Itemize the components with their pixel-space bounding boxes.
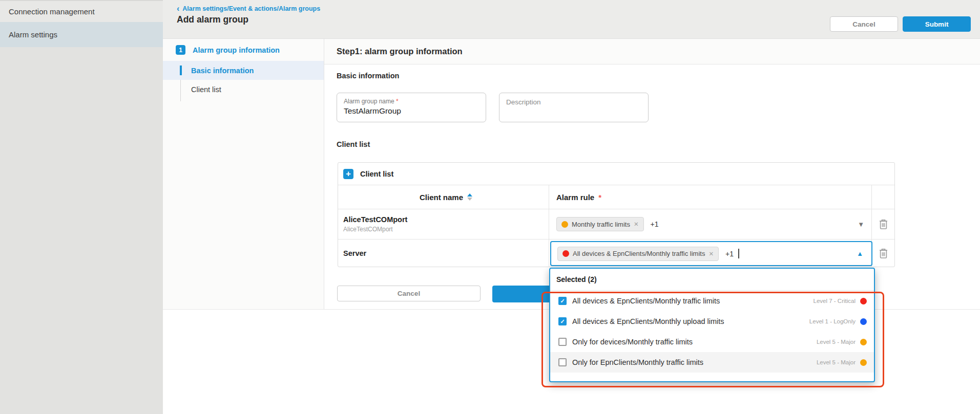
step-nav-item-client-list[interactable]: Client list [163, 80, 324, 99]
table-header-row: Client name Alarm rule * [338, 185, 894, 209]
cancel-button[interactable]: Cancel [830, 16, 898, 32]
step-subitem-label: Basic information [191, 67, 254, 75]
step-title-row: Step1: alarm group information [324, 39, 980, 64]
severity-dot [860, 359, 867, 366]
sidebar-item-label: Connection management [9, 7, 95, 16]
sidebar-item-alarm-settings[interactable]: Alarm settings [0, 22, 163, 47]
severity-level-label: Level 1 - LogOnly [809, 318, 856, 324]
checkbox-unchecked-icon[interactable] [558, 338, 567, 346]
alarm-rule-cell: All devices & EpnClients/Monthly traffic… [549, 239, 872, 267]
option-label: Only for EpnClients/Monthly traffic limi… [572, 358, 817, 366]
step-label: Alarm group information [193, 46, 280, 54]
alarm-group-name-label: Alarm group name * [344, 98, 479, 105]
alarm-rule-select[interactable]: Monthly traffic limits ✕ +1 ▼ [549, 209, 872, 239]
basic-information-section-label: Basic information [337, 72, 399, 80]
tag-label: Monthly traffic limits [572, 221, 630, 228]
dropdown-option[interactable]: ✓ All devices & EpnClients/Monthly traff… [550, 291, 874, 311]
option-label: All devices & EpnClients/Monthly upload … [572, 317, 809, 325]
client-list-section-label: Client list [337, 140, 370, 148]
page-header: ‹ Alarm settings/Event & actions/Alarm g… [163, 0, 980, 39]
severity-dot [562, 250, 569, 257]
submit-button[interactable]: Submit [903, 16, 971, 32]
client-name: AliceTestCOMport [343, 215, 549, 224]
chevron-up-icon[interactable]: ▲ [857, 250, 863, 257]
alarm-rule-column-header: Alarm rule * [549, 185, 872, 209]
page-title: Add alarm group [177, 14, 248, 25]
client-name-cell: AliceTestCOMport AliceTestCOMport [338, 209, 549, 239]
remove-tag-icon[interactable]: ✕ [708, 250, 714, 257]
remove-tag-icon[interactable]: ✕ [634, 221, 639, 228]
checkbox-unchecked-icon[interactable] [558, 358, 567, 366]
alarm-rule-dropdown: Selected (2) ✓ All devices & EpnClients/… [549, 268, 875, 382]
more-count: +1 [725, 250, 734, 258]
delete-row-icon[interactable] [879, 219, 888, 230]
back-chevron-icon[interactable]: ‹ [177, 6, 179, 12]
step-title: Step1: alarm group information [337, 47, 463, 56]
plus-icon: + [343, 169, 353, 179]
checkbox-checked-icon[interactable]: ✓ [558, 297, 567, 305]
step-cancel-button[interactable]: Cancel [337, 286, 481, 301]
more-count: +1 [651, 220, 659, 228]
severity-level-label: Level 5 - Major [817, 359, 856, 365]
severity-level-label: Level 5 - Major [817, 339, 856, 345]
dropdown-option[interactable]: ✓ All devices & EpnClients/Monthly uploa… [550, 311, 874, 332]
dropdown-option[interactable]: Only for devices/Monthly traffic limits … [550, 332, 874, 352]
severity-dot [561, 221, 568, 228]
option-label: All devices & EpnClients/Monthly traffic… [572, 297, 814, 305]
alarm-group-name-field[interactable]: Alarm group name * TestAlarmGroup [337, 93, 486, 122]
text-cursor [738, 249, 739, 258]
required-asterisk: * [396, 98, 399, 105]
sort-ascending-icon [467, 193, 472, 197]
alarm-rule-select-focused[interactable]: All devices & EpnClients/Monthly traffic… [550, 241, 872, 266]
breadcrumb[interactable]: ‹ Alarm settings/Event & actions/Alarm g… [177, 5, 320, 12]
client-list-panel: + Client list Client name Alarm rule * A… [338, 162, 895, 267]
sidebar-item-connection-management[interactable]: Connection management [0, 1, 163, 22]
dropdown-selected-header: Selected (2) [550, 269, 874, 291]
step-nav-item-basic-information[interactable]: Basic information [163, 61, 324, 80]
alarm-group-name-value: TestAlarmGroup [344, 106, 479, 116]
actions-column-header [872, 185, 894, 209]
required-asterisk: * [598, 193, 601, 202]
step-nav-item-alarm-group-information[interactable]: 1 Alarm group information [163, 39, 324, 61]
delete-row-icon[interactable] [879, 248, 888, 259]
step-number-badge: 1 [176, 45, 185, 55]
row-actions-cell [872, 209, 894, 239]
table-row: AliceTestCOMport AliceTestCOMport Monthl… [338, 209, 894, 239]
alarm-rule-tag: Monthly traffic limits ✕ [556, 217, 644, 231]
active-indicator-bar [180, 66, 182, 75]
client-name: Server [343, 249, 549, 257]
severity-dot [860, 298, 867, 304]
app-sidebar: Connection management Alarm settings [0, 0, 163, 414]
severity-level-label: Level 7 - Critical [814, 298, 856, 304]
table-row: Server All devices & EpnClients/Monthly … [338, 239, 894, 267]
client-name-column-header: Client name [338, 185, 549, 209]
sidebar-item-label: Alarm settings [9, 30, 57, 39]
severity-dot [860, 339, 867, 345]
tag-label: All devices & EpnClients/Monthly traffic… [573, 250, 705, 257]
sort-icon[interactable] [467, 193, 472, 201]
description-field[interactable]: Description [499, 93, 649, 122]
step-nav: 1 Alarm group information Basic informat… [163, 39, 324, 309]
description-placeholder: Description [506, 98, 641, 106]
dropdown-option[interactable]: Only for EpnClients/Monthly traffic limi… [550, 352, 874, 373]
add-client-label: Client list [360, 170, 393, 178]
option-label: Only for devices/Monthly traffic limits [572, 338, 817, 346]
alarm-rule-tag: All devices & EpnClients/Monthly traffic… [557, 247, 719, 261]
checkbox-checked-icon[interactable]: ✓ [558, 317, 567, 325]
step-subitem-label: Client list [191, 85, 221, 94]
severity-dot [860, 318, 867, 325]
chevron-down-icon[interactable]: ▼ [858, 221, 864, 228]
add-client-button[interactable]: + Client list [338, 163, 894, 185]
row-actions-cell [872, 239, 894, 267]
client-subtitle: AliceTestCOMport [343, 226, 549, 233]
sort-descending-icon [467, 198, 472, 201]
client-name-cell: Server [338, 239, 549, 267]
breadcrumb-label: Alarm settings/Event & actions/Alarm gro… [182, 5, 320, 12]
